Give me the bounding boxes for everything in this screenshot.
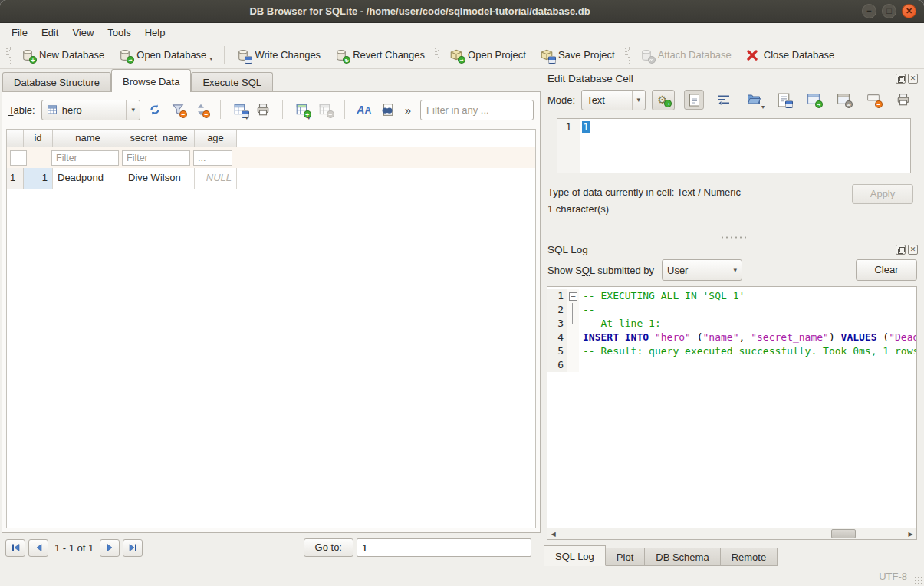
dock-close-icon[interactable]: ✕ [908,74,918,84]
cell-name[interactable]: Deadpond [53,168,123,189]
sql-log-line[interactable]: 5-- Result: query executed successfully.… [547,344,916,358]
save-project-button[interactable]: Save Project [533,44,622,66]
print-button[interactable] [255,100,271,120]
titlebar[interactable]: DB Browser for SQLite - /home/user/code/… [0,0,924,23]
sql-log-line[interactable]: 3-- At line 1: [547,317,916,331]
previous-record-icon [35,543,43,552]
filter-input-secret-name[interactable] [122,150,190,166]
dock-float-icon[interactable] [896,245,906,255]
close-database-button[interactable]: Close Database [738,44,842,66]
dock-close-icon[interactable]: ✕ [908,245,918,255]
cell-age[interactable]: NULL [195,168,237,189]
copy-link-button[interactable]: ∞ [834,90,853,110]
sql-log-dock-titlebar[interactable]: SQL Log ✕ [541,240,924,257]
toolbar-separator [282,100,283,119]
tab-remote[interactable]: Remote [721,548,778,566]
save-results-dropdown-icon[interactable]: ▾ [245,114,248,121]
toolbar-overflow-button[interactable]: » [402,104,414,117]
tab-plot[interactable]: Plot [606,548,645,566]
row-number[interactable]: 1 [7,168,24,189]
first-record-button[interactable] [5,539,25,557]
open-database-dropdown-icon[interactable]: ▾ [209,55,212,62]
table-select[interactable]: hero ▾ [41,100,140,120]
refresh-button[interactable] [146,100,163,120]
tab-browse-data[interactable]: Browse Data [111,69,191,92]
insert-record-button[interactable]: + ▾ [294,100,311,120]
table-label: Table: [8,104,35,116]
import-data-button[interactable]: ▾ [744,90,764,110]
tab-execute-sql[interactable]: Execute SQL [191,72,273,92]
toolbar-drag-handle[interactable] [6,47,11,64]
resize-grip[interactable] [914,576,922,584]
toolbar-drag-handle[interactable] [435,47,439,64]
export-data-button[interactable] [774,90,794,110]
revert-changes-button[interactable]: ↻ Revert Changes [327,44,432,66]
new-database-button[interactable]: + New Database [14,44,111,66]
apply-mode-button[interactable]: ⚙ → [652,90,675,110]
column-header-secret-name[interactable]: secret_name [123,130,195,147]
minimize-icon[interactable]: − [862,4,876,18]
find-in-cells-button[interactable] [379,100,396,120]
sql-log-line[interactable]: 1-- EXECUTING ALL IN 'SQL 1' [547,289,916,303]
grid-corner[interactable] [7,130,24,147]
maximize-icon[interactable]: □ [882,4,896,18]
sql-log-view[interactable]: 1-- EXECUTING ALL IN 'SQL 1'2--3-- At li… [547,286,917,540]
column-header-id[interactable]: id [24,130,53,147]
sql-log-line[interactable]: 2-- [547,303,916,317]
cell-secret-name[interactable]: Dive Wilson [123,168,195,189]
filter-any-input[interactable] [420,100,534,120]
sql-log-line[interactable]: 4INSERT INTO "hero" ("name", "secret_nam… [547,331,916,344]
filter-input-name[interactable] [51,150,119,166]
sql-log-line[interactable]: 6 [547,358,916,372]
scroll-right-icon[interactable]: ▶ [905,528,916,539]
cell-id[interactable]: 1 [24,168,53,189]
filter-input-age[interactable] [193,150,232,166]
menu-tools[interactable]: Tools [100,25,137,40]
open-project-button[interactable]: → Open Project [442,44,533,66]
import-dropdown-icon[interactable]: ▾ [761,104,765,110]
open-external-button[interactable]: → [804,90,824,110]
word-wrap-button[interactable] [714,90,734,110]
text-document-icon [689,94,700,107]
previous-record-button[interactable] [28,539,48,557]
record-navigation: 1 - 1 of 1 Go to: [2,537,541,558]
dock-splitter-handle[interactable] [541,234,924,240]
sql-log-lines: 1-- EXECUTING ALL IN 'SQL 1'2--3-- At li… [547,287,916,528]
close-icon[interactable]: ✕ [902,4,916,18]
attach-database-button: ∞ Attach Database [633,44,738,66]
menu-edit[interactable]: Edit [35,25,65,40]
print-cell-button[interactable] [893,90,913,110]
column-header-name[interactable]: name [53,130,123,147]
clear-button[interactable]: Clear [856,259,917,281]
scrollbar-thumb[interactable] [831,529,855,538]
tab-database-structure[interactable]: Database Structure [2,72,111,92]
write-changes-button[interactable]: Write Changes [229,44,327,66]
last-record-button[interactable] [123,539,143,557]
cell-editor-textarea[interactable]: 1 1 [557,118,911,173]
mode-select[interactable]: Text ▾ [581,90,646,110]
menu-help[interactable]: Help [138,25,173,40]
column-header-age[interactable]: age [195,130,237,147]
open-database-button[interactable]: → Open Database ▾ [111,44,219,66]
goto-input[interactable] [357,538,531,557]
tab-sql-log[interactable]: SQL Log [544,545,606,566]
submitted-by-select[interactable]: User ▾ [662,259,742,281]
goto-button[interactable]: Go to: [304,538,353,557]
set-null-button[interactable]: − [863,90,883,110]
edit-cell-dock-titlebar[interactable]: Edit Database Cell ✕ [541,69,924,86]
next-record-button[interactable] [100,539,120,557]
clear-sorting-button[interactable]: − [192,100,209,120]
scroll-left-icon[interactable]: ◀ [547,528,559,539]
sql-log-dock: SQL Log ✕ Show SQL submitted by User ▾ C… [541,240,924,566]
save-results-button[interactable]: ▾ [232,100,248,120]
sql-log-hscrollbar[interactable]: ◀ ▶ [547,528,916,539]
display-format-button[interactable]: AA [356,100,373,120]
menu-file[interactable]: File [5,25,35,40]
clear-filters-button[interactable]: − [169,100,186,120]
text-mode-button[interactable] [684,90,704,110]
dock-float-icon[interactable] [896,74,906,84]
toolbar-drag-handle[interactable] [625,47,630,64]
tab-db-schema[interactable]: DB Schema [645,548,720,566]
menu-view[interactable]: View [65,25,100,40]
insert-record-dropdown-icon[interactable]: ▾ [307,114,311,121]
